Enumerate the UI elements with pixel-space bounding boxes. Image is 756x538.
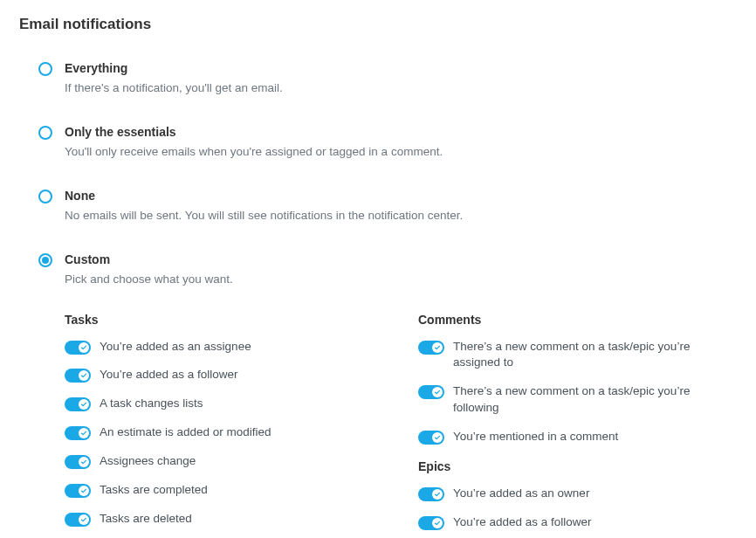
- toggle-task-follower: You’re added as a follower: [65, 367, 383, 383]
- epics-heading: Epics: [418, 459, 737, 473]
- radio-desc: If there's a notification, you'll get an…: [65, 80, 737, 97]
- toggle-label: Assignees change: [100, 453, 196, 470]
- check-icon: [432, 387, 443, 397]
- radio-option-custom[interactable]: Custom Pick and choose what you want.: [38, 252, 737, 288]
- toggle-switch[interactable]: [418, 431, 444, 445]
- toggle-label: An estimate is added or modified: [100, 424, 271, 441]
- check-icon: [432, 518, 443, 528]
- radio-desc: Pick and choose what you want.: [65, 272, 737, 288]
- notification-level-group: Everything If there's a notification, yo…: [19, 61, 737, 288]
- toggle-switch[interactable]: [418, 341, 444, 355]
- radio-desc: You'll only receive emails when you're a…: [65, 144, 737, 161]
- toggle-comment-assigned: There’s a new comment on a task/epic you…: [418, 339, 737, 372]
- check-icon: [79, 486, 89, 496]
- toggle-label: Tasks are deleted: [100, 511, 192, 528]
- toggle-label: You’re added as a follower: [100, 367, 238, 383]
- radio-title: Only the essentials: [65, 125, 737, 139]
- check-icon: [432, 489, 443, 500]
- radio-icon: [38, 62, 52, 76]
- check-icon: [79, 428, 89, 438]
- toggle-switch[interactable]: [418, 487, 444, 501]
- toggle-label: You’re added as an assignee: [100, 339, 251, 355]
- page-title: Email notifications: [19, 16, 737, 33]
- toggle-epic-follower: You’re added as a follower: [418, 514, 737, 531]
- toggle-label: Tasks are completed: [100, 482, 208, 499]
- radio-title: Custom: [65, 252, 737, 266]
- toggle-switch[interactable]: [418, 385, 444, 399]
- radio-option-everything[interactable]: Everything If there's a notification, yo…: [38, 61, 737, 97]
- radio-icon: [38, 126, 52, 140]
- toggle-switch[interactable]: [65, 397, 91, 411]
- toggle-label: There’s a new comment on a task/epic you…: [453, 383, 737, 417]
- radio-text: Everything If there's a notification, yo…: [65, 61, 737, 97]
- radio-option-essentials[interactable]: Only the essentials You'll only receive …: [38, 125, 737, 161]
- column-left: Tasks You’re added as an assignee You’re…: [65, 313, 383, 538]
- toggle-switch[interactable]: [65, 513, 91, 527]
- toggle-label: You’re mentioned in a comment: [453, 429, 618, 445]
- toggle-task-assignee: You’re added as an assignee: [65, 339, 383, 355]
- toggle-task-estimate: An estimate is added or modified: [65, 424, 383, 441]
- tasks-heading: Tasks: [65, 313, 383, 327]
- toggle-switch[interactable]: [65, 341, 91, 355]
- column-right: Comments There’s a new comment on a task…: [418, 313, 737, 538]
- check-icon: [79, 457, 89, 467]
- toggle-task-list-change: A task changes lists: [65, 396, 383, 412]
- toggle-comment-following: There’s a new comment on a task/epic you…: [418, 383, 737, 417]
- toggle-task-assignees-change: Assignees change: [65, 453, 383, 470]
- toggle-switch[interactable]: [65, 455, 91, 469]
- radio-text: Only the essentials You'll only receive …: [65, 125, 737, 161]
- toggle-label: You’re added as an owner: [453, 486, 589, 502]
- radio-text: Custom Pick and choose what you want.: [65, 252, 737, 288]
- radio-icon: [38, 253, 52, 267]
- toggle-label: A task changes lists: [100, 396, 203, 412]
- toggle-switch[interactable]: [65, 369, 91, 383]
- custom-settings: Tasks You’re added as an assignee You’re…: [19, 313, 737, 538]
- radio-icon: [38, 190, 52, 203]
- comments-heading: Comments: [418, 313, 737, 327]
- check-icon: [432, 432, 443, 443]
- radio-option-none[interactable]: None No emails will be sent. You will st…: [38, 189, 737, 224]
- toggle-tasks-completed: Tasks are completed: [65, 482, 383, 499]
- toggle-switch[interactable]: [65, 484, 91, 498]
- radio-title: None: [65, 189, 737, 203]
- toggle-label: You’re added as a follower: [453, 514, 592, 531]
- toggle-switch[interactable]: [418, 516, 444, 530]
- radio-title: Everything: [65, 61, 737, 75]
- radio-desc: No emails will be sent. You will still s…: [65, 208, 737, 224]
- check-icon: [432, 342, 443, 353]
- check-icon: [79, 370, 89, 381]
- toggle-switch[interactable]: [65, 426, 91, 440]
- toggle-tasks-deleted: Tasks are deleted: [65, 511, 383, 528]
- radio-text: None No emails will be sent. You will st…: [65, 189, 737, 224]
- toggle-label: There’s a new comment on a task/epic you…: [453, 339, 737, 372]
- toggle-comment-mention: You’re mentioned in a comment: [418, 429, 737, 445]
- toggle-epic-owner: You’re added as an owner: [418, 486, 737, 502]
- check-icon: [79, 342, 89, 353]
- check-icon: [79, 399, 89, 410]
- check-icon: [79, 514, 89, 525]
